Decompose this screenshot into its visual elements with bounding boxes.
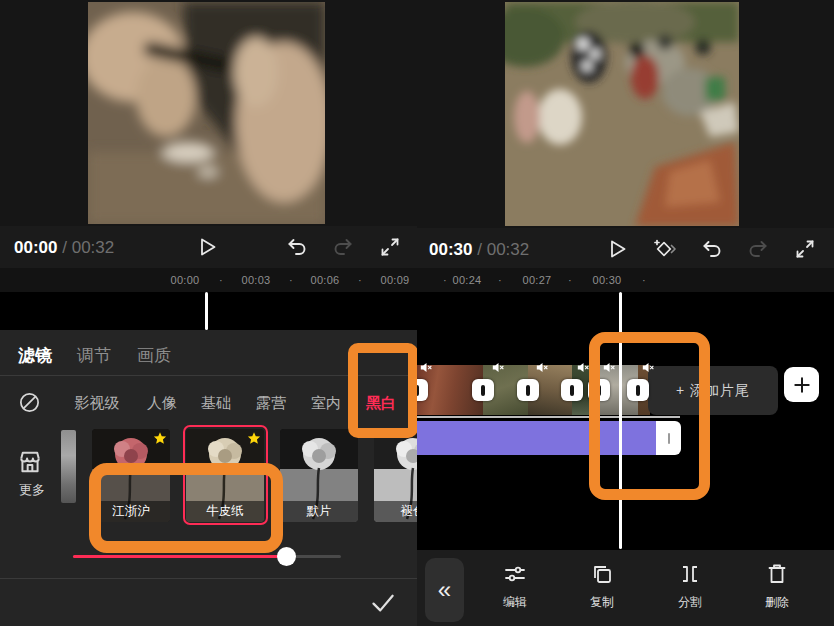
time-separator: / [62,238,67,257]
ruler-label: 00:30 [592,274,621,286]
category-camping[interactable]: 露营 [256,394,286,413]
bottom-toolbar: « 编辑 复制 分割 删除 [417,550,834,626]
sliders-icon [503,562,527,586]
category-basic[interactable]: 基础 [201,394,231,413]
split-button[interactable]: 分割 [658,562,722,611]
transition-button[interactable] [472,379,494,401]
mute-icon [577,359,590,370]
store-icon [15,448,45,476]
confirm-check-icon[interactable] [369,589,396,616]
ruler-dot: · [568,274,572,286]
mute-icon [420,359,433,370]
playhead [619,292,622,549]
divider [0,375,417,376]
filter-name: 默片 [280,501,358,522]
transition-button[interactable] [417,379,428,401]
left-preview-area [0,0,417,226]
right-preview-area [417,0,834,228]
app-screenshot: 00:00 / 00:32 00:00 · 00:03 · 00:06 · [0,0,834,626]
ruler-dot: · [443,274,447,286]
category-indoor[interactable]: 室内 [311,394,341,413]
ruler-label: 00:09 [380,274,409,286]
right-time-display: 00:30 / 00:32 [429,240,529,260]
left-video-preview [88,2,325,224]
slider-knob[interactable] [277,547,296,566]
filter-item-jiangzhehu[interactable]: 江浙沪 [92,429,170,522]
right-playback-controls: 00:30 / 00:32 [417,228,834,270]
category-cinematic[interactable]: 影视级 [75,394,120,413]
fullscreen-icon[interactable] [378,235,402,259]
split-icon [678,562,702,586]
category-portrait[interactable]: 人像 [147,394,177,413]
undo-icon[interactable] [285,235,309,259]
copy-button[interactable]: 复制 [570,562,634,611]
ruler-dot: · [289,274,293,286]
redo-icon[interactable] [746,237,770,261]
left-screenshot: 00:00 / 00:32 00:00 · 00:03 · 00:06 · [0,0,417,626]
total-time: 00:32 [72,238,115,257]
ruler-label: 00:00 [170,274,199,286]
right-timeline-ruler: · 00:24 · 00:27 · 00:30 · [417,268,834,292]
filter-store-more[interactable]: 更多 [15,448,49,499]
tab-filters[interactable]: 滤镜 [18,344,52,367]
transition-button[interactable] [588,379,610,401]
track-trim-handle[interactable] [656,421,681,455]
mute-icon [536,359,549,370]
slider-fill [73,555,287,558]
total-time: 00:32 [487,240,530,259]
current-time: 00:30 [429,240,472,259]
right-video-preview [505,2,739,226]
ruler-label: 00:24 [452,274,481,286]
add-clip-button[interactable] [784,367,819,402]
copy-icon [590,562,614,586]
transition-button[interactable] [627,379,649,401]
selected-filter-outline [183,425,268,525]
divider [0,578,417,579]
filter-panel: 滤镜 调节 画质 影视级 人像 基础 露营 室内 黑白 更多 [0,330,417,626]
left-time-display: 00:00 / 00:32 [14,238,114,258]
filter-name: 江浙沪 [92,501,170,522]
filter-item-mopian[interactable]: 默片 [280,429,358,522]
split-label: 分割 [658,594,722,611]
ruler-label: 00:06 [310,274,339,286]
filter-name: 褪色 [374,501,417,522]
track-highlight-line [417,416,680,418]
delete-button[interactable]: 删除 [745,562,809,611]
ruler-label: 00:27 [522,274,551,286]
filter-intensity-slider[interactable] [73,555,341,558]
playhead [205,292,208,330]
play-icon[interactable] [195,235,219,259]
undo-icon[interactable] [700,237,724,261]
redo-icon[interactable] [331,235,355,259]
collapse-toolbar-button[interactable]: « [425,558,464,622]
filter-thumb-partial[interactable] [61,430,76,503]
ruler-label: 00:03 [241,274,270,286]
more-label: 更多 [15,481,49,499]
add-keyframe-icon[interactable] [653,237,677,261]
current-time: 00:00 [14,238,57,257]
trash-icon [765,562,789,586]
delete-label: 删除 [745,594,809,611]
mute-icon [492,359,505,370]
ruler-dot: · [642,274,646,286]
ruler-dot: · [219,274,223,286]
edit-button[interactable]: 编辑 [483,562,547,611]
fullscreen-icon[interactable] [793,237,817,261]
category-bw[interactable]: 黑白 [366,394,396,413]
tab-adjust[interactable]: 调节 [77,344,111,367]
no-filter-icon[interactable] [18,391,41,414]
filter-item-tuise[interactable]: 褪色 [374,429,417,522]
mute-icon [642,359,655,370]
add-ending-button[interactable]: + 添加片尾 [648,366,778,415]
mute-icon [603,359,616,370]
right-screenshot: 00:30 / 00:32 [417,0,834,626]
favorite-star-icon [153,431,167,445]
left-playback-controls: 00:00 / 00:32 [0,226,417,268]
play-icon[interactable] [605,237,629,261]
tab-quality[interactable]: 画质 [137,344,171,367]
left-timeline-ruler: 00:00 · 00:03 · 00:06 · 00:09 [0,268,417,292]
transition-button[interactable] [561,379,583,401]
edit-label: 编辑 [483,594,547,611]
transition-button[interactable] [517,379,539,401]
ruler-dot: · [358,274,362,286]
